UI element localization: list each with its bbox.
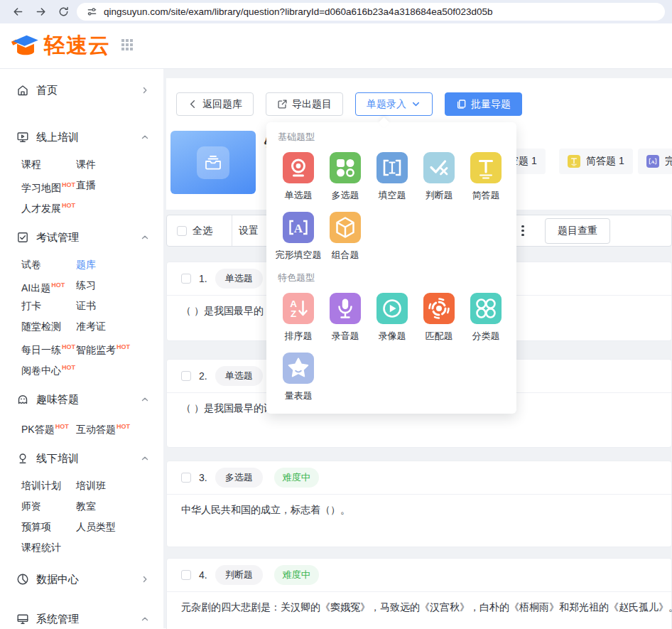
type-menu-item-label: 判断题 <box>426 189 453 202</box>
type-menu-item[interactable]: A 完形填空题 <box>275 212 322 262</box>
type-menu-item-label: 多选题 <box>332 189 359 202</box>
sidebar-subitem[interactable]: 教室 <box>76 496 163 517</box>
question-checkbox[interactable] <box>181 371 191 381</box>
sidebar-item-label: 系统管理 <box>36 613 79 626</box>
chevron-down-icon <box>411 99 421 109</box>
apps-grid-icon[interactable] <box>121 39 136 53</box>
export-questions-button[interactable]: 导出题目 <box>266 92 343 116</box>
sidebar-subitem[interactable]: 师资 <box>21 496 76 517</box>
single-entry-button[interactable]: 单题录入 <box>355 92 433 116</box>
chevron-up-icon <box>141 395 149 404</box>
settings-label[interactable]: 设置 <box>239 225 259 237</box>
type-menu-item-label: 完形填空题 <box>276 249 322 262</box>
sidebar-subitem[interactable]: 随堂检测 <box>21 316 76 337</box>
batch-copy-icon <box>456 99 467 109</box>
divider <box>232 215 232 246</box>
sidebar-subitem[interactable]: AI出题HOT <box>21 275 76 296</box>
sidebar-subitem[interactable]: 准考证 <box>76 316 163 337</box>
sidebar-section-system-mgmt: 系统管理 <box>0 605 163 628</box>
sidebar-item-data-center[interactable]: 数据中心 <box>0 565 163 593</box>
sidebar-item-label: 数据中心 <box>36 573 79 586</box>
sidebar-subitem[interactable]: PK答题HOT <box>21 416 76 437</box>
type-menu-item[interactable]: 录像题 <box>369 293 416 343</box>
sidebar-subitem[interactable]: 试卷 <box>21 254 76 275</box>
sidebar-item-online-training[interactable]: 线上培训 <box>0 123 163 151</box>
type-menu-grid: AZ 排序题 录音题 录像题 匹配题 分类题 量表题 <box>275 293 509 412</box>
sidebar-item-fun-quiz[interactable]: 趣味答题 <box>0 385 163 414</box>
sidebar-item-label: 线下培训 <box>36 452 79 466</box>
hot-badge: HOT <box>116 423 130 430</box>
sidebar-item-system-mgmt[interactable]: 系统管理 <box>0 605 163 628</box>
play-icon <box>376 293 408 324</box>
site-info-icon <box>87 6 97 17</box>
browser-back-icon[interactable] <box>9 3 27 21</box>
sidebar-section-online-training: 线上培训 课程课件学习地图HOT直播人才发展HOT <box>0 123 163 223</box>
sidebar-subitem[interactable]: 学习地图HOT <box>21 175 76 195</box>
type-menu-item[interactable]: 录音题 <box>322 293 369 343</box>
sidebar-subitem[interactable]: 人才发展HOT <box>21 195 76 216</box>
sidebar-subitem[interactable]: 互动答题HOT <box>76 416 163 437</box>
logo[interactable]: 轻速云 <box>10 31 110 60</box>
type-menu-item[interactable]: 判断题 <box>416 152 462 202</box>
type-menu-item[interactable]: 单选题 <box>275 152 322 202</box>
sidebar-subitem[interactable]: 课程 <box>21 154 76 175</box>
logo-cap-icon <box>10 32 41 60</box>
pin-icon <box>16 452 29 465</box>
sidebar-section-home: 首页 <box>0 76 163 104</box>
sidebar-subitems: 课程课件学习地图HOT直播人才发展HOT <box>0 151 163 223</box>
question-checkbox[interactable] <box>181 274 191 284</box>
computer-icon <box>16 613 29 625</box>
sidebar-subitem[interactable]: 预算项 <box>21 517 76 537</box>
sort-icon: AZ <box>283 293 314 324</box>
select-all-checkbox[interactable] <box>177 226 187 236</box>
type-menu-item[interactable]: 组合题 <box>322 212 369 262</box>
type-menu-section-title: 基础题型 <box>278 131 509 144</box>
sidebar-subitems: 培训计划培训班师资教室预算项人员类型课程统计 <box>0 473 163 565</box>
chip-label: 简答题 1 <box>586 155 624 168</box>
question-header: 3. 多选题 难度中 <box>167 461 671 495</box>
question-card: 4. 判断题 难度中 元杂剧的四大悲剧是：关汉卿的《窦娥冤》，马致远的《汉宫秋》… <box>166 558 672 629</box>
sidebar-subitem[interactable]: 练习 <box>76 275 163 296</box>
sidebar-subitem[interactable]: 人员类型 <box>76 517 163 537</box>
question-dedupe-button[interactable]: 题目查重 <box>545 218 610 244</box>
type-menu-item[interactable]: 简答题 <box>462 152 509 202</box>
type-menu-section-title: 特色题型 <box>278 272 509 284</box>
sidebar-subitem[interactable]: 培训计划 <box>21 475 76 496</box>
brand-name: 轻速云 <box>44 31 110 60</box>
type-menu-item[interactable]: 多选题 <box>322 152 369 202</box>
target-icon <box>423 293 455 324</box>
export-icon <box>277 99 288 109</box>
sidebar-subitem[interactable]: 每日一练HOT <box>21 337 76 357</box>
sidebar-subitem[interactable]: 课程统计 <box>21 537 76 558</box>
exam-icon <box>16 231 29 244</box>
type-menu-item[interactable]: 填空题 <box>369 152 416 202</box>
address-bar[interactable]: qingsuyun.com/site/exam/library/question… <box>77 3 665 21</box>
sidebar-item-exam-mgmt[interactable]: 考试管理 <box>0 223 163 252</box>
sidebar-item-home[interactable]: 首页 <box>0 76 163 104</box>
sidebar-subitem[interactable]: 阅卷中心HOT <box>21 357 76 378</box>
sidebar-subitem[interactable]: 打卡 <box>21 296 76 316</box>
question-checkbox[interactable] <box>181 473 191 483</box>
type-menu-item[interactable]: 量表题 <box>275 353 322 402</box>
hot-badge: HOT <box>116 343 130 350</box>
sidebar-item-label: 线上培训 <box>36 131 79 144</box>
sidebar-subitem[interactable]: 题库 <box>76 254 163 275</box>
more-actions-icon[interactable] <box>516 225 529 236</box>
type-menu-item[interactable]: AZ 排序题 <box>275 293 322 343</box>
batch-import-button[interactable]: 批量导题 <box>445 92 522 116</box>
sidebar-subitem[interactable]: 证书 <box>76 296 163 316</box>
question-checkbox[interactable] <box>181 570 191 580</box>
back-to-library-button[interactable]: 返回题库 <box>176 92 254 116</box>
type-menu-item[interactable]: 分类题 <box>462 293 509 343</box>
browser-refresh-icon[interactable] <box>54 3 72 21</box>
sidebar-subitem[interactable]: 直播 <box>76 175 163 195</box>
sidebar-subitem[interactable]: 培训班 <box>76 475 163 496</box>
type-menu-item[interactable]: 匹配题 <box>416 293 462 343</box>
multi-icon <box>330 152 361 183</box>
sidebar-item-offline-training[interactable]: 线下培训 <box>0 444 163 473</box>
sidebar-subitem[interactable]: 课件 <box>76 154 163 175</box>
browser-forward-icon[interactable] <box>31 3 50 21</box>
svg-text:A: A <box>290 299 297 309</box>
sidebar-subitem[interactable]: 智能监考HOT <box>76 337 163 357</box>
chevron-right-icon <box>141 86 149 95</box>
